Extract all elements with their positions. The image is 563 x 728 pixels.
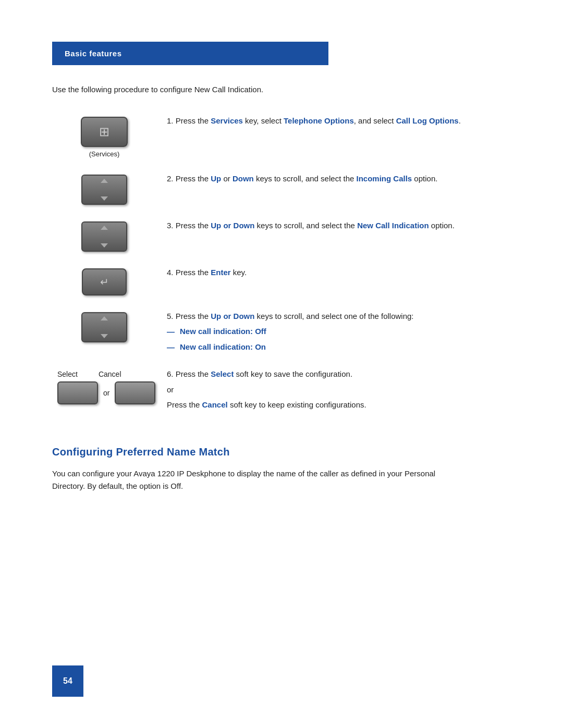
section-body: You can configure your Avaya 1220 IP Des…: [52, 467, 459, 492]
select-label: Select: [57, 370, 78, 378]
cancel-softkey-icon: [115, 381, 155, 404]
services-key-icon: [81, 117, 128, 147]
step-4-text: 4. Press the Enter key.: [156, 266, 511, 278]
step-4-enter-link: Enter: [211, 268, 230, 277]
step-2-text: 2. Press the Up or Down keys to scroll, …: [156, 172, 511, 184]
step-1-calllog-link: Call Log Options: [396, 116, 459, 125]
step-6-select-link: Select: [211, 369, 234, 378]
bullet-dash-2: —: [167, 341, 175, 353]
step-2-down-link: Down: [232, 174, 254, 183]
step-6-text: 6. Press the Select soft key to save the…: [156, 368, 511, 411]
step-3-text: 3. Press the Up or Down keys to scroll, …: [156, 219, 511, 231]
step-5-icon-col: [52, 310, 156, 342]
page-number-box: 54: [52, 665, 83, 697]
steps-container: (Services) 1. Press the Services key, se…: [52, 115, 511, 426]
bullet-dash-1: —: [167, 326, 175, 338]
section-heading: Configuring Preferred Name Match: [52, 446, 511, 458]
step-3-row: 3. Press the Up or Down keys to scroll, …: [52, 219, 511, 252]
step-1-number: 1.: [167, 116, 174, 125]
step-3-icon-col: [52, 219, 156, 252]
step-6-or: or: [167, 384, 511, 396]
cancel-label: Cancel: [99, 370, 121, 378]
step-6-icon-col: Select Cancel or: [52, 368, 156, 404]
softkey-or-text: or: [103, 389, 109, 397]
step-2-number: 2.: [167, 174, 174, 183]
softkey-buttons-row: or: [52, 381, 155, 404]
nav-key-icon-5: [81, 312, 127, 342]
banner-title: Basic features: [65, 49, 122, 58]
step-6-number: 6.: [167, 369, 174, 378]
step-5-row: 5. Press the Up or Down keys to scroll, …: [52, 310, 511, 354]
header-banner: Basic features: [52, 42, 328, 65]
page-number: 54: [63, 676, 72, 686]
step-5-text: 5. Press the Up or Down keys to scroll, …: [156, 310, 511, 354]
enter-key-icon: [82, 268, 127, 295]
select-softkey-icon: [57, 381, 98, 404]
nav-key-icon-3: [81, 221, 127, 252]
step-1-text: 1. Press the Services key, select Teleph…: [156, 115, 511, 127]
step-3-newcall-link: New Call Indication: [357, 221, 429, 230]
step-4-number: 4.: [167, 268, 174, 277]
step-1-telephone-link: Telephone Options: [284, 116, 354, 125]
bullet-off-text: New call indication: Off: [180, 325, 266, 337]
step-6-cancel-link: Cancel: [202, 400, 228, 409]
step-5-number: 5.: [167, 312, 174, 320]
step-1-row: (Services) 1. Press the Services key, se…: [52, 115, 511, 158]
step-4-icon-col: [52, 266, 156, 295]
step-2-icon-col: [52, 172, 156, 205]
step-2-incoming-link: Incoming Calls: [357, 174, 412, 183]
step-6-row: Select Cancel or 6. Press the Select sof…: [52, 368, 511, 411]
services-label: (Services): [89, 150, 120, 158]
nav-key-icon-2: [81, 175, 127, 205]
step-1-icon-col: (Services): [52, 115, 156, 158]
step-4-row: 4. Press the Enter key.: [52, 266, 511, 295]
intro-text: Use the following procedure to configure…: [52, 84, 511, 96]
bullet-on-text: New call indication: On: [180, 341, 266, 353]
page-container: Basic features Use the following procedu…: [0, 0, 563, 728]
bullet-on: — New call indication: On: [167, 341, 511, 353]
step-3-updown-link: Up or Down: [211, 221, 254, 230]
softkey-labels: Select Cancel: [52, 370, 121, 378]
bullet-off: — New call indication: Off: [167, 325, 511, 338]
step-5-updown-link: Up or Down: [211, 312, 254, 320]
step-2-row: 2. Press the Up or Down keys to scroll, …: [52, 172, 511, 205]
step-2-up-link: Up: [211, 174, 221, 183]
step-3-number: 3.: [167, 221, 174, 230]
step-1-services-link: Services: [211, 116, 243, 125]
